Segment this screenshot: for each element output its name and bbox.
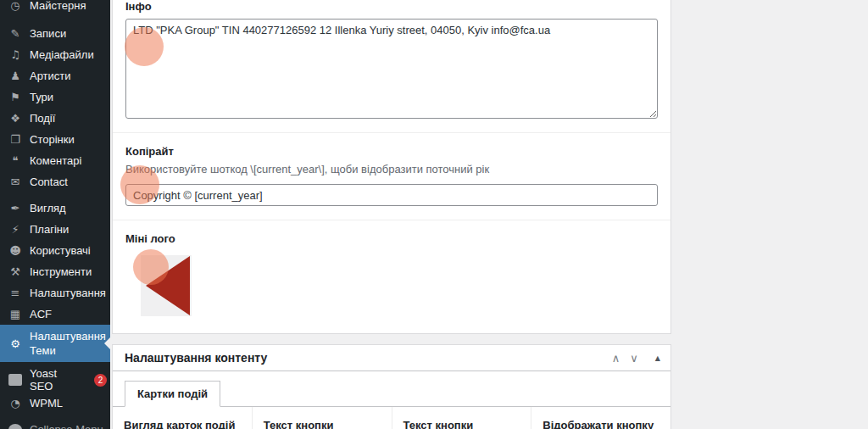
sidebar-item-artists[interactable]: ♟ Артисти [0,65,110,86]
sidebar-item-acf[interactable]: ▦ ACF [0,304,110,325]
mini-logo-image[interactable] [141,255,192,316]
content-settings-panel: Налаштування контенту ∧ ∨ ▲ Картки подій… [112,344,671,429]
posts-icon: ✎ [8,27,22,40]
tours-icon: ⚑ [8,91,22,103]
info-field: Інфо LTD "PKA Group" TIN 440277126592 12… [113,0,670,132]
panel-handles: ∧ ∨ ▲ [612,352,660,365]
settings-icon: ≡ [8,287,22,299]
tab-event-cards[interactable]: Картки подій [125,381,220,407]
sidebar-item-label: Події [30,112,55,125]
artists-icon: ♟ [8,70,22,82]
sidebar-item-label: Налаштування Теми [30,329,107,358]
copyright-label: Копірайт [125,145,658,158]
sidebar-item-label: Сторінки [30,133,75,146]
column-heading: Текст кнопки переходу на купівлю квитків [403,418,520,429]
main-content: Інфо LTD "PKA Group" TIN 440277126592 12… [110,0,868,429]
copyright-hint: Використовуйте шоткод \[current_year\], … [125,163,658,176]
collapse-menu-button[interactable]: ◄ Collapse Menu [0,419,110,429]
wpml-icon: ◔ [8,397,22,410]
sidebar-item-appearance[interactable]: ✒ Вигляд [0,198,110,219]
info-textarea[interactable]: LTD "PKA Group" TIN 440277126592 12 Ille… [125,19,658,119]
column-heading: Відображати кнопку купівлі [542,418,659,429]
sidebar-item-wpml[interactable]: ◔ WPML [0,393,110,414]
sidebar-item-label: WPML [30,397,63,410]
column-heading: Текст кнопки переходу на подію [264,418,381,429]
sidebar-item-label: Тури [30,91,53,103]
sidebar-item-tools[interactable]: ⚒ Інструменти [0,261,110,282]
sidebar-item-label: Плагіни [30,223,69,236]
column-card-appearance: Вигляд карток подій Глобально стилі карт… [113,407,252,429]
panel-header[interactable]: Налаштування контенту ∧ ∨ ▲ [113,345,670,371]
tools-icon: ⚒ [8,265,22,278]
sidebar-item-label: ACF [30,308,52,320]
mini-logo-field: Міні лого [113,220,670,333]
mini-logo-label: Міні лого [125,232,658,245]
contact-icon: ✉ [8,176,22,188]
sidebar-item-label: Записи [30,27,66,40]
admin-menu: ◷ Майстерня ✎ Записи ♫ Медіафайли ♟ Арти… [0,0,110,429]
sidebar-item-theme-settings[interactable]: ⚙ Налаштування Теми [0,325,110,362]
comments-icon: ❝ [8,154,22,167]
collapse-panel-icon[interactable]: ▲ [655,354,660,362]
plugins-icon: ⚡ [8,223,22,236]
collapse-menu-label: Collapse Menu [30,423,103,429]
sidebar-item-events[interactable]: ❖ Події [0,108,110,129]
sidebar-item-label: Коментарі [30,154,81,167]
theme-options-card: Інфо LTD "PKA Group" TIN 440277126592 12… [112,0,671,334]
appearance-icon: ✒ [8,202,22,214]
panel-title: Налаштування контенту [125,351,267,365]
yoast-icon: Y [8,374,22,386]
users-icon: ☻ [8,244,22,257]
column-heading: Вигляд карток подій [124,418,241,429]
sidebar-item-plugins[interactable]: ⚡ Плагіни [0,219,110,240]
sidebar-item-label: Інструменти [30,265,92,278]
sidebar-item-dashboard[interactable]: ◷ Майстерня [0,0,110,16]
column-event-button-text: Текст кнопки переходу на подію [252,407,392,429]
sidebar-item-users[interactable]: ☻ Користувачі [0,240,110,261]
column-show-buy-button: Відображати кнопку купівлі Якщо можливо,… [531,407,670,429]
sidebar-item-yoast-seo[interactable]: Y Yoast SEO 2 [0,367,110,393]
sidebar-item-label: Yoast SEO [30,367,81,393]
events-icon: ❖ [8,112,22,125]
theme-settings-gear-icon: ⚙ [8,337,22,351]
info-label: Інфо [125,0,658,13]
sidebar-item-contact[interactable]: ✉ Contact [0,171,110,192]
copyright-field: Копірайт Використовуйте шоткод \[current… [113,132,670,220]
dashboard-icon: ◷ [8,0,22,12]
sidebar-item-settings[interactable]: ≡ Налаштування [0,282,110,304]
sidebar-item-posts[interactable]: ✎ Записи [0,23,110,44]
logo-triangle-shape [146,256,190,315]
move-up-icon[interactable]: ∧ [612,352,620,365]
sidebar-item-label: Майстерня [30,0,86,12]
copyright-input[interactable] [125,184,658,206]
sidebar-item-comments[interactable]: ❝ Коментарі [0,150,110,171]
sidebar-item-tours[interactable]: ⚑ Тури [0,86,110,108]
column-buy-button-text: Текст кнопки переходу на купівлю квитків [392,407,531,429]
sidebar-item-label: Медіафайли [30,48,94,61]
sidebar-item-label: Contact [30,176,68,188]
collapse-icon: ◄ [8,424,22,429]
sidebar-item-pages[interactable]: ❐ Сторінки [0,129,110,150]
sidebar-item-label: Налаштування [30,287,106,299]
pages-icon: ❐ [8,133,22,146]
sidebar-item-label: Вигляд [30,202,66,214]
media-icon: ♫ [8,48,22,61]
admin-sidebar: ◷ Майстерня ✎ Записи ♫ Медіафайли ♟ Арти… [0,0,110,429]
sidebar-item-media[interactable]: ♫ Медіафайли [0,44,110,65]
sidebar-item-label: Користувачі [30,244,91,257]
acf-icon: ▦ [8,308,22,320]
settings-columns: Вигляд карток подій Глобально стилі карт… [113,407,670,429]
yoast-notification-badge: 2 [94,374,107,387]
move-down-icon[interactable]: ∨ [630,352,638,365]
sidebar-item-label: Артисти [30,70,71,82]
tab-row: Картки подій [113,371,670,407]
